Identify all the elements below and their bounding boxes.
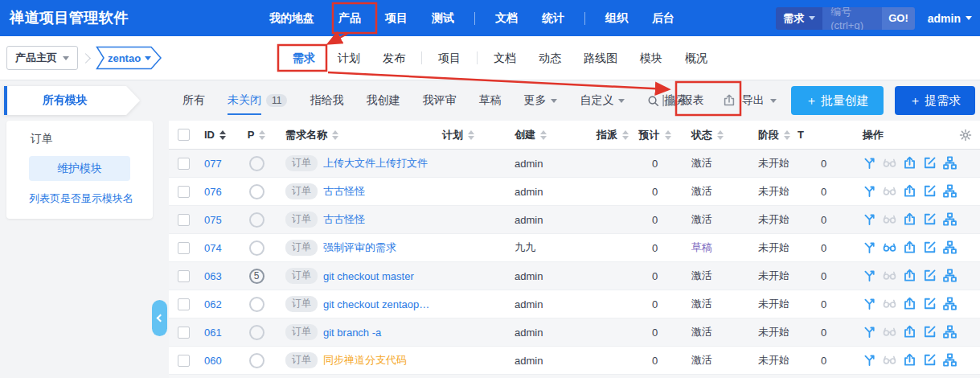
col-creator[interactable]: 创建 xyxy=(492,128,564,142)
subdivide-icon[interactable] xyxy=(943,184,957,199)
review-icon[interactable] xyxy=(883,156,896,171)
filter-all[interactable]: 所有 xyxy=(171,93,216,108)
breadcrumb-product-select[interactable]: zentao xyxy=(96,46,163,70)
tab-release[interactable]: 发布 xyxy=(371,36,416,80)
filter-custom-dropdown[interactable]: 自定义 xyxy=(568,93,636,108)
convert-icon[interactable] xyxy=(903,297,916,311)
nav-item-product[interactable]: 产品 xyxy=(326,0,373,36)
story-id-link[interactable]: 060 xyxy=(204,355,222,367)
row-checkbox[interactable] xyxy=(178,186,190,198)
change-icon[interactable] xyxy=(863,269,876,283)
convert-icon[interactable] xyxy=(903,240,916,255)
story-title-link[interactable]: 古古怪怪 xyxy=(323,184,365,199)
review-icon[interactable] xyxy=(883,353,896,368)
search-type-select[interactable]: 需求 xyxy=(776,7,822,30)
toggle-module-name-link[interactable]: 列表页是否显示模块名 xyxy=(29,191,133,206)
filter-unclosed[interactable]: 未关闭11 xyxy=(216,93,298,108)
edit-icon[interactable] xyxy=(923,240,937,255)
tab-overview[interactable]: 概况 xyxy=(674,36,719,80)
story-title-link[interactable]: git branch -a xyxy=(323,327,381,339)
story-title-link[interactable]: git checkout master xyxy=(323,270,414,282)
review-icon[interactable] xyxy=(883,212,896,227)
gear-icon[interactable] xyxy=(959,129,972,142)
story-title-link[interactable]: git checkout zentaop… xyxy=(323,298,429,310)
sidebar-header-all-modules[interactable]: 所有模块 xyxy=(4,86,142,115)
edit-icon[interactable] xyxy=(923,156,937,171)
convert-icon[interactable] xyxy=(903,184,916,199)
story-id-link[interactable]: 061 xyxy=(204,327,222,339)
convert-icon[interactable] xyxy=(903,353,916,368)
change-icon[interactable] xyxy=(863,184,876,199)
subdivide-icon[interactable] xyxy=(943,156,957,171)
filter-draft[interactable]: 草稿 xyxy=(467,93,512,108)
subdivide-icon[interactable] xyxy=(943,325,957,339)
col-plan[interactable]: 计划 xyxy=(436,128,492,142)
story-title-link[interactable]: 上传大文件上传打文件 xyxy=(323,156,428,171)
change-icon[interactable] xyxy=(863,156,876,171)
export-dropdown[interactable]: 导出 xyxy=(719,93,780,108)
subdivide-icon[interactable] xyxy=(943,353,957,368)
batch-create-button[interactable]: ＋ 批量创建 xyxy=(791,86,884,115)
nav-item-doc[interactable]: 文档 xyxy=(483,0,530,36)
review-icon[interactable] xyxy=(883,184,896,199)
tab-project[interactable]: 项目 xyxy=(427,36,472,80)
edit-icon[interactable] xyxy=(923,212,937,227)
tab-module[interactable]: 模块 xyxy=(629,36,674,80)
subdivide-icon[interactable] xyxy=(943,240,957,255)
search-go-button[interactable]: GO! xyxy=(882,7,915,30)
story-title-link[interactable]: 同步禅道分支代码 xyxy=(323,353,407,368)
row-checkbox[interactable] xyxy=(178,270,190,282)
col-t[interactable]: T xyxy=(798,129,850,141)
nav-item-report[interactable]: 统计 xyxy=(530,0,576,36)
review-icon[interactable] xyxy=(883,269,896,283)
nav-item-project[interactable]: 项目 xyxy=(373,0,420,36)
filter-assigned-to-me[interactable]: 指给我 xyxy=(298,93,355,108)
review-icon[interactable] xyxy=(883,325,896,339)
user-menu[interactable]: admin xyxy=(928,12,972,25)
tab-plan[interactable]: 计划 xyxy=(326,36,371,80)
story-id-link[interactable]: 063 xyxy=(204,270,222,282)
select-all-checkbox[interactable] xyxy=(178,129,190,141)
row-checkbox[interactable] xyxy=(178,158,190,170)
story-id-link[interactable]: 074 xyxy=(204,242,222,254)
nav-item-test[interactable]: 测试 xyxy=(420,0,466,36)
filter-created-by-me[interactable]: 我创建 xyxy=(355,93,411,108)
change-icon[interactable] xyxy=(863,297,876,311)
tab-roadmap[interactable]: 路线图 xyxy=(572,36,629,80)
edit-icon[interactable] xyxy=(923,325,937,339)
edit-icon[interactable] xyxy=(923,269,937,283)
story-title-link[interactable]: 强制评审的需求 xyxy=(323,240,396,255)
subdivide-icon[interactable] xyxy=(943,212,957,227)
col-stage[interactable]: 阶段 xyxy=(729,128,798,142)
edit-icon[interactable] xyxy=(923,297,937,311)
breadcrumb-product-home[interactable]: 产品主页 xyxy=(6,46,78,70)
search-input[interactable]: 编号(ctrl+g) xyxy=(822,7,882,30)
convert-icon[interactable] xyxy=(903,212,916,227)
row-checkbox[interactable] xyxy=(178,298,190,310)
subdivide-icon[interactable] xyxy=(943,269,957,283)
col-status[interactable]: 状态 xyxy=(677,128,729,142)
story-id-link[interactable]: 075 xyxy=(204,214,222,226)
review-icon[interactable] xyxy=(883,297,896,311)
row-checkbox[interactable] xyxy=(178,327,190,339)
tab-doc[interactable]: 文档 xyxy=(482,36,527,80)
story-id-link[interactable]: 062 xyxy=(204,298,222,310)
row-checkbox[interactable] xyxy=(178,214,190,226)
convert-icon[interactable] xyxy=(903,156,916,171)
col-priority[interactable]: P xyxy=(238,129,275,141)
story-id-link[interactable]: 077 xyxy=(204,158,222,170)
convert-icon[interactable] xyxy=(903,269,916,283)
change-icon[interactable] xyxy=(863,325,876,339)
col-estimate[interactable]: 预计 xyxy=(633,128,677,142)
tab-dynamic[interactable]: 动态 xyxy=(527,36,572,80)
tab-story[interactable]: 需求 xyxy=(281,36,326,80)
change-icon[interactable] xyxy=(863,240,876,255)
sidebar-item-order[interactable]: 订单 xyxy=(31,132,53,146)
change-icon[interactable] xyxy=(863,212,876,227)
sidebar-collapse-button[interactable] xyxy=(152,300,167,336)
change-icon[interactable] xyxy=(863,353,876,368)
subdivide-icon[interactable] xyxy=(943,297,957,311)
col-title[interactable]: 需求名称 xyxy=(275,128,436,142)
nav-item-admin[interactable]: 后台 xyxy=(640,0,687,36)
report-button[interactable]: 报表 xyxy=(658,93,707,108)
